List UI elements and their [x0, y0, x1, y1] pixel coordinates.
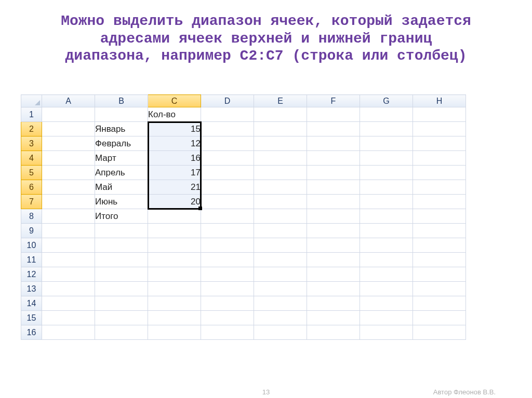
cell-H12[interactable] — [413, 267, 466, 282]
cell-E8[interactable] — [254, 209, 307, 224]
cell-A5[interactable] — [42, 166, 95, 180]
cell-C2[interactable]: 15 — [148, 122, 201, 136]
cell-G5[interactable] — [360, 166, 413, 180]
column-header-G[interactable]: G — [360, 95, 413, 107]
cell-D15[interactable] — [201, 311, 254, 325]
cell-E5[interactable] — [254, 166, 307, 180]
cell-A9[interactable] — [42, 224, 95, 238]
cell-D14[interactable] — [201, 296, 254, 311]
cell-D1[interactable] — [201, 107, 254, 122]
cell-D5[interactable] — [201, 166, 254, 180]
cell-D13[interactable] — [201, 282, 254, 296]
cell-H8[interactable] — [413, 209, 466, 224]
cell-G16[interactable] — [360, 325, 413, 340]
cell-B4[interactable]: Март — [95, 151, 148, 166]
cell-D8[interactable] — [201, 209, 254, 224]
cell-C1[interactable]: Кол-во — [148, 107, 201, 122]
cell-F10[interactable] — [307, 238, 360, 253]
cell-A2[interactable] — [42, 122, 95, 136]
cell-E10[interactable] — [254, 238, 307, 253]
row-header-15[interactable]: 15 — [21, 311, 42, 325]
cell-B11[interactable] — [95, 253, 148, 267]
cell-E11[interactable] — [254, 253, 307, 267]
cell-G4[interactable] — [360, 151, 413, 166]
row-header-8[interactable]: 8 — [21, 209, 42, 224]
cell-C11[interactable] — [148, 253, 201, 267]
cell-C6[interactable]: 21 — [148, 180, 201, 195]
cell-H1[interactable] — [413, 107, 466, 122]
cell-D3[interactable] — [201, 136, 254, 151]
cell-H16[interactable] — [413, 325, 466, 340]
cell-H7[interactable] — [413, 195, 466, 209]
cell-G9[interactable] — [360, 224, 413, 238]
cell-F5[interactable] — [307, 166, 360, 180]
row-header-16[interactable]: 16 — [21, 325, 42, 340]
cell-B1[interactable] — [95, 107, 148, 122]
cell-A6[interactable] — [42, 180, 95, 195]
cell-B12[interactable] — [95, 267, 148, 282]
cell-E12[interactable] — [254, 267, 307, 282]
cell-D7[interactable] — [201, 195, 254, 209]
column-header-A[interactable]: A — [42, 95, 95, 107]
cell-A16[interactable] — [42, 325, 95, 340]
cell-B16[interactable] — [95, 325, 148, 340]
column-header-E[interactable]: E — [254, 95, 307, 107]
cell-C4[interactable]: 16 — [148, 151, 201, 166]
row-header-6[interactable]: 6 — [21, 180, 42, 195]
cell-B9[interactable] — [95, 224, 148, 238]
column-header-C[interactable]: C — [148, 95, 201, 107]
cell-H3[interactable] — [413, 136, 466, 151]
cell-H11[interactable] — [413, 253, 466, 267]
row-header-5[interactable]: 5 — [21, 166, 42, 180]
cell-F7[interactable] — [307, 195, 360, 209]
cell-B5[interactable]: Апрель — [95, 166, 148, 180]
row-header-14[interactable]: 14 — [21, 296, 42, 311]
cell-D16[interactable] — [201, 325, 254, 340]
cell-A3[interactable] — [42, 136, 95, 151]
cell-E6[interactable] — [254, 180, 307, 195]
cell-H5[interactable] — [413, 166, 466, 180]
cell-A10[interactable] — [42, 238, 95, 253]
cell-G2[interactable] — [360, 122, 413, 136]
cell-F2[interactable] — [307, 122, 360, 136]
cell-B8[interactable]: Итого — [95, 209, 148, 224]
cell-D10[interactable] — [201, 238, 254, 253]
cell-C7[interactable]: 20 — [148, 195, 201, 209]
row-header-4[interactable]: 4 — [21, 151, 42, 166]
cell-C15[interactable] — [148, 311, 201, 325]
row-header-11[interactable]: 11 — [21, 253, 42, 267]
cell-E3[interactable] — [254, 136, 307, 151]
cell-E15[interactable] — [254, 311, 307, 325]
cell-B10[interactable] — [95, 238, 148, 253]
cell-A1[interactable] — [42, 107, 95, 122]
cell-G3[interactable] — [360, 136, 413, 151]
cell-F15[interactable] — [307, 311, 360, 325]
cell-D6[interactable] — [201, 180, 254, 195]
cell-H10[interactable] — [413, 238, 466, 253]
cell-D12[interactable] — [201, 267, 254, 282]
row-header-10[interactable]: 10 — [21, 238, 42, 253]
cell-F9[interactable] — [307, 224, 360, 238]
cell-A13[interactable] — [42, 282, 95, 296]
cell-H14[interactable] — [413, 296, 466, 311]
cell-F14[interactable] — [307, 296, 360, 311]
row-header-7[interactable]: 7 — [21, 195, 42, 209]
cell-G1[interactable] — [360, 107, 413, 122]
cell-F1[interactable] — [307, 107, 360, 122]
cell-H9[interactable] — [413, 224, 466, 238]
column-header-H[interactable]: H — [413, 95, 466, 107]
row-header-12[interactable]: 12 — [21, 267, 42, 282]
cell-C10[interactable] — [148, 238, 201, 253]
cell-C14[interactable] — [148, 296, 201, 311]
cell-G7[interactable] — [360, 195, 413, 209]
cell-B14[interactable] — [95, 296, 148, 311]
cell-B6[interactable]: Май — [95, 180, 148, 195]
row-header-13[interactable]: 13 — [21, 282, 42, 296]
cell-B7[interactable]: Июнь — [95, 195, 148, 209]
cell-D4[interactable] — [201, 151, 254, 166]
select-all-corner[interactable] — [21, 95, 42, 107]
cell-G6[interactable] — [360, 180, 413, 195]
cell-E1[interactable] — [254, 107, 307, 122]
cell-E2[interactable] — [254, 122, 307, 136]
cell-F6[interactable] — [307, 180, 360, 195]
